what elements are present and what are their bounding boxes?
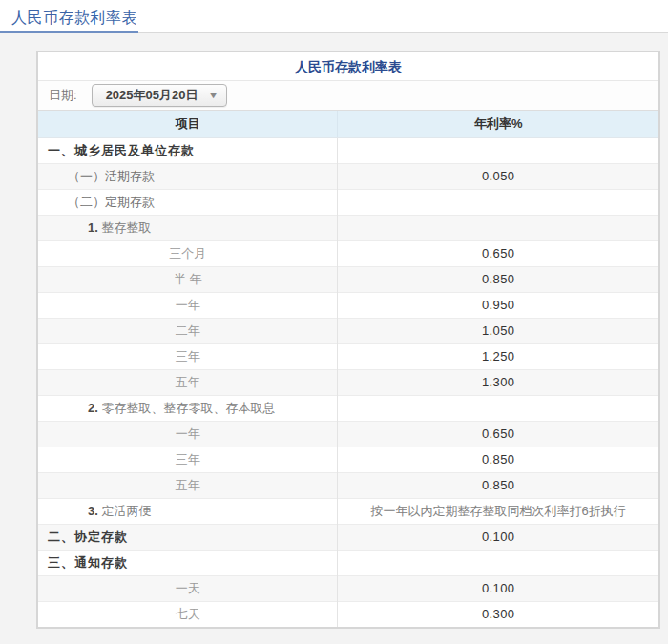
table-row: （二）定期存款 (38, 189, 658, 215)
table-row: 1. 整存整取 (38, 215, 658, 240)
row-value (338, 215, 658, 240)
row-value: 1.050 (338, 318, 658, 343)
table-row: 半 年0.850 (38, 266, 658, 292)
row-label: 三年 (38, 447, 338, 472)
row-value: 0.850 (338, 472, 658, 498)
table-row: 三年1.250 (38, 343, 658, 369)
row-value: 0.100 (338, 575, 658, 601)
row-value (338, 137, 658, 163)
table-row: 三、通知存款 (38, 550, 658, 575)
row-label: 三个月 (38, 240, 338, 266)
page-header: 人民币存款利率表 (0, 0, 668, 33)
page-title: 人民币存款利率表 (0, 0, 668, 29)
table-row: 三年0.850 (38, 447, 658, 472)
table-row: 3. 定活两便按一年以内定期整存整取同档次利率打6折执行 (38, 498, 658, 524)
chevron-down-icon: ▼ (208, 91, 219, 100)
rate-table-body: 一、城乡居民及单位存款（一）活期存款0.050（二）定期存款1. 整存整取三个月… (38, 137, 658, 627)
rate-table: 项目 年利率% 一、城乡居民及单位存款（一）活期存款0.050（二）定期存款1.… (38, 111, 658, 627)
row-label: （一）活期存款 (38, 163, 338, 189)
rate-panel: 人民币存款利率表 日期: 2025年05月20日 ▼ 项目 年利率% 一、城乡居… (36, 51, 660, 629)
table-title: 人民币存款利率表 (38, 52, 658, 81)
row-label: 三、通知存款 (38, 550, 338, 575)
row-label: （二）定期存款 (38, 189, 338, 215)
row-value (338, 550, 658, 575)
table-row: （一）活期存款0.050 (38, 163, 658, 189)
row-value: 0.050 (338, 163, 658, 189)
row-label: 半 年 (38, 266, 338, 292)
table-header-row: 项目 年利率% (38, 111, 658, 137)
table-row: 七天0.300 (38, 601, 658, 627)
row-value (338, 189, 658, 215)
column-header-rate: 年利率% (338, 111, 658, 137)
row-value (338, 395, 658, 421)
row-label: 二、协定存款 (38, 524, 338, 550)
column-header-item: 项目 (38, 111, 338, 137)
row-value: 0.850 (338, 447, 658, 472)
row-label: 三年 (38, 343, 338, 369)
row-label: 1. 整存整取 (38, 215, 338, 240)
row-value: 0.100 (338, 524, 658, 550)
table-row: 一年0.650 (38, 421, 658, 447)
row-label: 一年 (38, 292, 338, 318)
date-filter-row: 日期: 2025年05月20日 ▼ (38, 81, 658, 111)
row-label: 五年 (38, 472, 338, 498)
table-row: 一年0.950 (38, 292, 658, 318)
date-select[interactable]: 2025年05月20日 ▼ (92, 84, 228, 107)
row-value: 0.850 (338, 266, 658, 292)
table-row: 一、城乡居民及单位存款 (38, 137, 658, 163)
row-label: 七天 (38, 601, 338, 627)
row-label: 3. 定活两便 (38, 498, 338, 524)
table-row: 二、协定存款0.100 (38, 524, 658, 550)
table-row: 五年1.300 (38, 369, 658, 395)
row-value: 按一年以内定期整存整取同档次利率打6折执行 (338, 498, 658, 524)
row-value: 0.650 (338, 240, 658, 266)
row-label: 一年 (38, 421, 338, 447)
table-row: 2. 零存整取、整存零取、存本取息 (38, 395, 658, 421)
row-value: 1.300 (338, 369, 658, 395)
row-label: 二年 (38, 318, 338, 343)
table-row: 一天0.100 (38, 575, 658, 601)
date-label: 日期: (49, 87, 77, 104)
row-label: 一天 (38, 575, 338, 601)
row-value: 0.950 (338, 292, 658, 318)
row-label: 2. 零存整取、整存零取、存本取息 (38, 395, 338, 421)
row-label: 一、城乡居民及单位存款 (38, 137, 338, 163)
row-value: 1.250 (338, 343, 658, 369)
row-value: 0.650 (338, 421, 658, 447)
table-row: 五年0.850 (38, 472, 658, 498)
active-tab-indicator (0, 31, 138, 33)
table-row: 三个月0.650 (38, 240, 658, 266)
table-row: 二年1.050 (38, 318, 658, 343)
row-value: 0.300 (338, 601, 658, 627)
date-select-value: 2025年05月20日 (106, 87, 198, 104)
row-label: 五年 (38, 369, 338, 395)
